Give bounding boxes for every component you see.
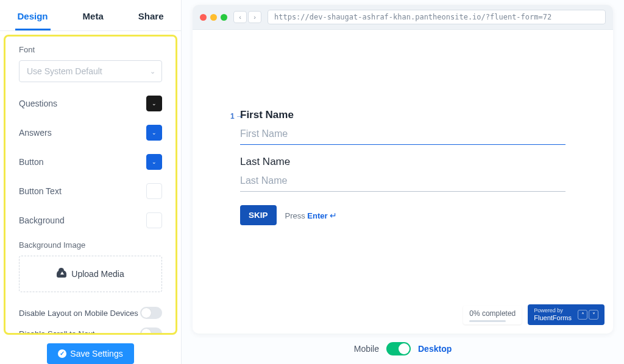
device-toggle: Mobile Desktop bbox=[193, 334, 613, 364]
url-bar[interactable]: https://dev-shaugat-ashraf-khan.pantheon… bbox=[268, 10, 606, 24]
questions-label: Questions bbox=[19, 99, 57, 108]
browser-frame: ‹ › https://dev-shaugat-ashraf-khan.pant… bbox=[193, 5, 613, 334]
window-controls bbox=[200, 14, 227, 21]
device-desktop-label[interactable]: Desktop bbox=[418, 344, 452, 354]
upload-media-button[interactable]: Upload Media bbox=[19, 256, 162, 292]
enter-key-icon: ↵ bbox=[330, 211, 337, 220]
step-indicator: 1→ bbox=[230, 112, 243, 121]
button-text-color-swatch[interactable] bbox=[146, 183, 162, 199]
font-select[interactable]: Use System Default ⌄ bbox=[19, 60, 162, 82]
arrow-right-icon: → bbox=[236, 112, 243, 121]
preview-pane: ‹ › https://dev-shaugat-ashraf-khan.pant… bbox=[182, 0, 624, 364]
first-name-field: First Name bbox=[240, 109, 566, 145]
toggle-disable-mobile-label: Disable Layout on Mobile Devices bbox=[19, 309, 138, 318]
device-mobile-label[interactable]: Mobile bbox=[354, 344, 379, 354]
first-name-input[interactable] bbox=[240, 125, 566, 145]
check-circle-icon: ✓ bbox=[58, 349, 66, 358]
chevron-down-icon[interactable]: ˅ bbox=[589, 310, 598, 320]
row-button-text: Button Text bbox=[19, 183, 162, 199]
progress-indicator: 0% completed bbox=[463, 306, 522, 324]
toggle-disable-scroll: Disable Scroll to Next bbox=[19, 327, 162, 335]
row-button: Button ⌄ bbox=[19, 154, 162, 170]
window-minimize-icon bbox=[210, 14, 217, 21]
answers-color-swatch[interactable]: ⌄ bbox=[146, 125, 162, 141]
chevron-right-icon: › bbox=[254, 13, 256, 21]
last-name-label: Last Name bbox=[240, 156, 566, 168]
upload-media-label: Upload Media bbox=[71, 269, 124, 279]
button-text-label: Button Text bbox=[19, 186, 62, 196]
device-toggle-switch[interactable] bbox=[386, 342, 411, 355]
window-close-icon bbox=[200, 14, 207, 21]
skip-button[interactable]: SKIP bbox=[240, 205, 277, 225]
last-name-input[interactable] bbox=[240, 172, 566, 192]
questions-color-swatch[interactable]: ⌄ bbox=[146, 96, 162, 111]
tab-meta[interactable]: Meta bbox=[80, 6, 106, 30]
tab-share[interactable]: Share bbox=[136, 6, 166, 30]
chevron-down-icon: ⌄ bbox=[150, 68, 155, 75]
toggle-disable-mobile: Disable Layout on Mobile Devices bbox=[19, 307, 162, 319]
toggle-disable-mobile-switch[interactable] bbox=[140, 307, 162, 319]
browser-toolbar: ‹ › https://dev-shaugat-ashraf-khan.pant… bbox=[193, 5, 613, 30]
design-sidebar: Design Meta Share Font Use System Defaul… bbox=[0, 0, 182, 364]
background-label: Background bbox=[19, 215, 65, 225]
sidebar-tabs: Design Meta Share bbox=[0, 0, 181, 31]
toggle-disable-scroll-label: Disable Scroll to Next bbox=[19, 329, 94, 335]
background-image-label: Background Image bbox=[19, 240, 162, 250]
nav-back-button[interactable]: ‹ bbox=[233, 11, 247, 23]
enter-hint: Press Enter ↵ bbox=[285, 211, 338, 220]
nav-forward-button[interactable]: › bbox=[248, 11, 261, 23]
powered-by-badge[interactable]: Powered by FluentForms ˄ ˅ bbox=[528, 304, 604, 325]
save-settings-label: Save Settings bbox=[70, 349, 122, 359]
font-label: Font bbox=[19, 45, 162, 54]
window-zoom-icon bbox=[221, 14, 227, 21]
background-color-swatch[interactable] bbox=[146, 212, 162, 228]
row-answers: Answers ⌄ bbox=[19, 125, 162, 141]
first-name-label: First Name bbox=[240, 109, 566, 121]
chevron-up-icon[interactable]: ˄ bbox=[578, 310, 587, 320]
tab-design[interactable]: Design bbox=[15, 6, 51, 30]
form-canvas: 1→ First Name Last Name SKIP Press Enter… bbox=[193, 30, 613, 334]
last-name-field: Last Name bbox=[240, 156, 566, 192]
save-settings-button[interactable]: ✓ Save Settings bbox=[47, 343, 133, 364]
toggle-disable-scroll-switch[interactable] bbox=[140, 327, 162, 335]
row-questions: Questions ⌄ bbox=[19, 96, 162, 111]
chevron-down-icon: ⌄ bbox=[152, 159, 157, 165]
button-label: Button bbox=[19, 157, 43, 167]
chevron-down-icon: ⌄ bbox=[152, 100, 157, 107]
chevron-left-icon: ‹ bbox=[239, 13, 241, 21]
button-color-swatch[interactable]: ⌄ bbox=[146, 154, 162, 170]
font-select-value: Use System Default bbox=[27, 66, 102, 76]
row-background: Background bbox=[19, 212, 162, 228]
chevron-down-icon: ⌄ bbox=[152, 130, 157, 136]
cloud-upload-icon bbox=[57, 270, 66, 278]
design-panel: Font Use System Default ⌄ Questions ⌄ An… bbox=[4, 35, 177, 335]
answers-label: Answers bbox=[19, 128, 52, 138]
